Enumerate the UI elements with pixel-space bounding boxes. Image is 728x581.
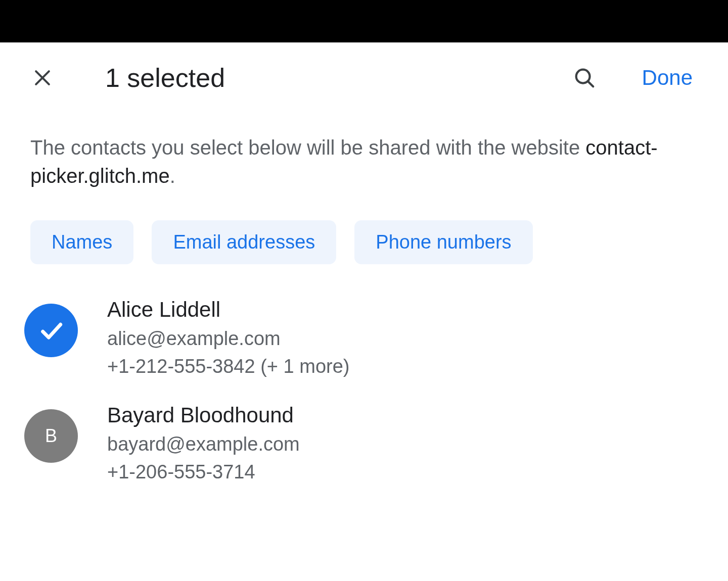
- avatar-letter: B: [45, 425, 57, 447]
- status-bar: [0, 0, 728, 42]
- contact-email: alice@example.com: [107, 326, 350, 352]
- avatar[interactable]: B: [24, 409, 78, 463]
- close-button[interactable]: [30, 66, 55, 90]
- share-description: The contacts you select below will be sh…: [0, 103, 728, 210]
- contact-row[interactable]: Alice Liddell alice@example.com +1-212-5…: [24, 289, 698, 395]
- description-prefix: The contacts you select below will be sh…: [30, 136, 585, 159]
- svg-line-3: [588, 82, 593, 87]
- check-icon: [37, 316, 65, 345]
- chip-names[interactable]: Names: [30, 220, 133, 264]
- chip-phones[interactable]: Phone numbers: [354, 220, 532, 264]
- close-icon: [31, 67, 54, 89]
- description-suffix: .: [170, 165, 175, 187]
- property-chips: Names Email addresses Phone numbers: [0, 210, 728, 284]
- contact-info: Alice Liddell alice@example.com +1-212-5…: [107, 298, 350, 380]
- contact-email: bayard@example.com: [107, 431, 300, 457]
- done-button[interactable]: Done: [637, 66, 698, 90]
- contact-phone: +1-206-555-3714: [107, 459, 300, 485]
- contact-info: Bayard Bloodhound bayard@example.com +1-…: [107, 403, 300, 486]
- chip-emails[interactable]: Email addresses: [152, 220, 336, 264]
- search-icon: [573, 66, 596, 89]
- contact-row[interactable]: B Bayard Bloodhound bayard@example.com +…: [24, 395, 698, 501]
- avatar-selected[interactable]: [24, 304, 78, 357]
- contact-name: Bayard Bloodhound: [107, 403, 300, 427]
- contact-picker-sheet: 1 selected Done The contacts you select …: [0, 42, 728, 500]
- search-button[interactable]: [572, 66, 597, 90]
- contact-name: Alice Liddell: [107, 298, 350, 322]
- contact-phone: +1-212-555-3842 (+ 1 more): [107, 354, 350, 379]
- page-title: 1 selected: [105, 63, 552, 93]
- contact-list: Alice Liddell alice@example.com +1-212-5…: [0, 284, 728, 500]
- header: 1 selected Done: [0, 42, 728, 103]
